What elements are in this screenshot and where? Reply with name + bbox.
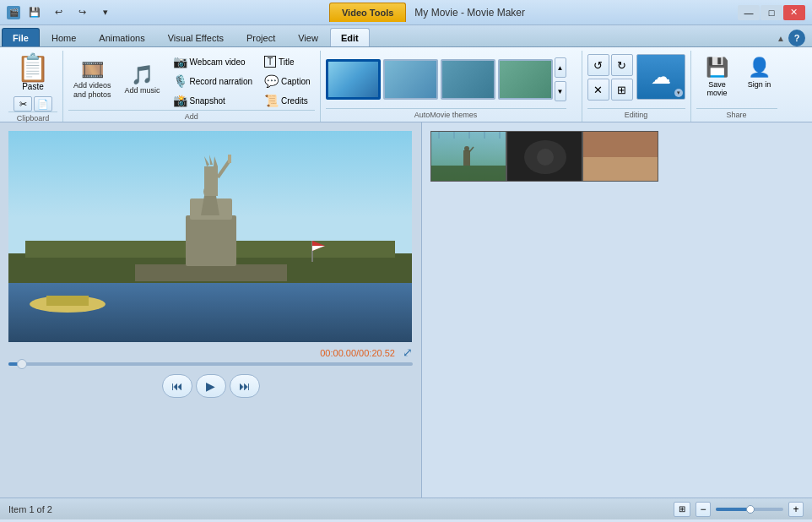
add-music-btn[interactable]: 🎵 Add music: [120, 63, 165, 99]
add-music-label: Add music: [125, 86, 160, 95]
sign-in-icon: 👤: [748, 57, 771, 79]
text-extras-stack: 🅃 Title 💬 Caption 📜 Credits: [260, 52, 314, 110]
theme-3-preview: [442, 61, 494, 98]
credits-btn[interactable]: 📜 Credits: [260, 91, 314, 110]
quick-access-toolbar: 💾 ↩ ↪ ▾: [24, 5, 116, 20]
paste-icon: 📋: [16, 54, 50, 81]
themes-scroll-up[interactable]: ▲: [555, 57, 566, 78]
editing-row-1: ↺ ↻: [587, 54, 633, 76]
theme-3-thumb[interactable]: [441, 59, 495, 100]
seek-thumb[interactable]: [17, 359, 27, 369]
film-clip-2[interactable]: [506, 131, 582, 182]
theme-4-thumb[interactable]: [498, 59, 553, 100]
editing-group: ↺ ↻ ✕ ⊞ ☁ ▾ Editing: [582, 51, 691, 122]
zoom-thumb[interactable]: [746, 505, 755, 514]
sign-in-btn[interactable]: 👤 Sign in: [742, 54, 777, 91]
snapshot-icon: 📸: [173, 94, 187, 107]
theme-2-thumb[interactable]: [383, 59, 438, 100]
editing-label: Editing: [587, 108, 685, 122]
automovie-label: AutoMovie themes: [326, 108, 566, 122]
themes-scroll-down[interactable]: ▼: [555, 81, 566, 101]
webcam-btn[interactable]: 📷 Webcam video: [169, 52, 257, 71]
add-label: Add: [68, 110, 315, 123]
webcam-label: Webcam video: [190, 57, 246, 67]
tab-project[interactable]: Project: [235, 28, 286, 46]
ribbon: File Home Animations Visual Effects Proj…: [0, 25, 812, 122]
play-btn[interactable]: ▶: [196, 374, 226, 398]
zoom-out-btn[interactable]: −: [696, 502, 711, 517]
cloud-btn[interactable]: ☁ ▾: [636, 54, 685, 100]
copy-btn[interactable]: 📄: [34, 96, 52, 111]
unknown-edit-btn[interactable]: ⊞: [611, 79, 633, 101]
qs-dropdown-btn[interactable]: ▾: [95, 5, 116, 20]
status-item-info: Item 1 of 2: [8, 504, 52, 514]
theme-thumbnails: [326, 59, 553, 100]
qs-redo-btn[interactable]: ↪: [71, 5, 93, 20]
paste-btn[interactable]: 📋 Paste: [8, 51, 57, 95]
film-strip: [430, 131, 804, 182]
rotate-left-btn[interactable]: ↺: [587, 54, 609, 76]
tab-visual-effects[interactable]: Visual Effects: [157, 28, 235, 46]
video-tools-tab[interactable]: Video Tools: [329, 3, 406, 22]
snapshot-btn[interactable]: 📸 Snapshot: [169, 91, 257, 110]
tab-edit[interactable]: Edit: [330, 28, 370, 46]
total-time: 00:20.52: [359, 348, 395, 358]
caption-label: Caption: [281, 77, 310, 86]
maximize-btn[interactable]: □: [761, 5, 782, 20]
prev-frame-btn[interactable]: ⏮: [162, 374, 192, 398]
svg-point-23: [464, 146, 469, 151]
cloud-icon: ☁: [651, 65, 671, 89]
caption-icon: 💬: [264, 74, 279, 88]
tab-animations[interactable]: Animations: [88, 28, 155, 46]
film-clip-1[interactable]: [430, 131, 506, 182]
zoom-slider[interactable]: [716, 508, 783, 511]
svg-rect-5: [186, 215, 236, 266]
share-label: Share: [696, 108, 777, 122]
preview-video: [8, 131, 412, 342]
close-btn[interactable]: ✕: [783, 5, 805, 20]
add-music-icon: 🎵: [131, 66, 154, 84]
status-right: ⊞ − +: [674, 502, 804, 517]
zoom-in-btn[interactable]: +: [788, 502, 804, 517]
add-videos-icon: 🎞️: [81, 61, 104, 79]
qs-undo-btn[interactable]: ↩: [47, 5, 69, 20]
svg-rect-8: [204, 166, 218, 196]
help-btn[interactable]: ?: [788, 30, 805, 46]
editing-row-2: ✕ ⊞: [587, 79, 633, 101]
clip3-svg: [583, 132, 658, 182]
fullscreen-btn[interactable]: ⤢: [403, 345, 413, 359]
window-controls: — □ ✕: [738, 5, 805, 20]
next-frame-btn[interactable]: ⏭: [230, 374, 260, 398]
rotate-right-btn[interactable]: ↻: [611, 54, 633, 76]
theme-1-thumb[interactable]: [326, 59, 381, 100]
film-clip-3[interactable]: [582, 131, 658, 182]
app-title: My Movie - Movie Maker: [414, 7, 525, 19]
paste-label: Paste: [22, 82, 44, 91]
tab-home[interactable]: Home: [41, 28, 87, 46]
add-videos-btn[interactable]: 🎞️ Add videos and photos: [68, 57, 116, 103]
minimize-btn[interactable]: —: [738, 5, 760, 20]
caption-btn[interactable]: 💬 Caption: [260, 72, 314, 90]
remove-effect-btn[interactable]: ✕: [587, 79, 609, 101]
storyboard-toggle-btn[interactable]: ⊞: [674, 502, 690, 517]
preview-svg: [8, 131, 412, 342]
cut-btn[interactable]: ✂: [14, 96, 32, 111]
ribbon-collapse-btn[interactable]: ▲: [777, 34, 785, 43]
title-bar-center: Video Tools My Movie - Movie Maker: [329, 3, 525, 22]
svg-rect-19: [46, 296, 89, 306]
preview-seek-bar[interactable]: [8, 362, 413, 366]
tab-file[interactable]: File: [2, 28, 40, 46]
add-group: 🎞️ Add videos and photos 🎵 Add music 📷: [63, 51, 321, 122]
preview-time: 00:00.00/00:20.52 ⤢: [8, 345, 413, 359]
save-movie-btn[interactable]: 💾 Save movie: [696, 54, 739, 100]
save-movie-label: Save movie: [707, 80, 728, 97]
qs-save-btn[interactable]: 💾: [24, 5, 46, 20]
share-group: 💾 Save movie 👤 Sign in Share: [691, 51, 784, 122]
title-btn[interactable]: 🅃 Title: [260, 52, 314, 71]
record-narration-btn[interactable]: 🎙️ Record narration: [169, 72, 257, 90]
tab-view[interactable]: View: [287, 28, 329, 46]
preview-controls: ⏮ ▶ ⏭: [8, 374, 413, 398]
credits-icon: 📜: [264, 94, 279, 107]
svg-rect-4: [135, 264, 287, 281]
app-icon: 🎬: [7, 6, 20, 19]
